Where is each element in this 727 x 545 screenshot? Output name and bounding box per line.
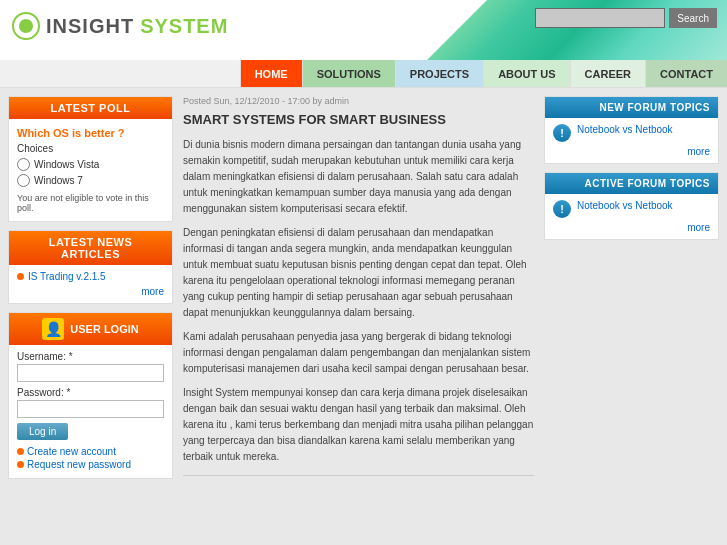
active-forum-box: ACTIVE FORUM TOPICS ! Notebook vs Netboo… <box>544 172 719 240</box>
new-forum-more: more <box>545 144 718 163</box>
login-content: Username: * Password: * Log in Create ne… <box>9 345 172 478</box>
news-box: LATEST NEWS ARTICLES IS Trading v.2.1.5 … <box>8 230 173 304</box>
active-forum-item: ! Notebook vs Netbook <box>545 194 718 220</box>
login-header: 👤 USER LOGIN <box>9 313 172 345</box>
content-paragraph-1: Di dunia bisnis modern dimana persaingan… <box>183 137 534 217</box>
poll-option-2: Windows 7 <box>17 174 164 187</box>
reset-password-link: Request new password <box>17 459 164 470</box>
active-forum-header: ACTIVE FORUM TOPICS <box>545 173 718 194</box>
poll-box: LATEST POLL Which OS is better ? Choices… <box>8 96 173 222</box>
content-meta: Posted Sun, 12/12/2010 - 17:00 by admin <box>183 96 534 106</box>
password-input[interactable] <box>17 400 164 418</box>
password-label: Password: * <box>17 387 164 398</box>
content-paragraph-4: Insight System mempunyai konsep dan cara… <box>183 385 534 465</box>
active-forum-more: more <box>545 220 718 239</box>
create-account-anchor[interactable]: Create new account <box>27 446 116 457</box>
create-account-bullet <box>17 448 24 455</box>
login-button[interactable]: Log in <box>17 423 68 440</box>
logo: INSIGHTSYSTEM <box>12 12 228 40</box>
poll-note: You are not eligible to vote in this pol… <box>17 193 164 213</box>
logo-icon-inner <box>19 19 33 33</box>
news-more-link[interactable]: more <box>141 286 164 297</box>
search-button[interactable]: Search <box>669 8 717 28</box>
username-label: Username: * <box>17 351 164 362</box>
nav-contact[interactable]: CONTACT <box>645 60 727 87</box>
nav-career[interactable]: CAREER <box>570 60 645 87</box>
username-input[interactable] <box>17 364 164 382</box>
nav-solutions[interactable]: SOLUTIONS <box>302 60 395 87</box>
logo-text-insight: INSIGHT <box>46 15 134 38</box>
create-account-link: Create new account <box>17 446 164 457</box>
new-forum-more-link[interactable]: more <box>687 146 710 157</box>
news-more: more <box>9 284 172 303</box>
login-box: 👤 USER LOGIN Username: * Password: * Log… <box>8 312 173 479</box>
new-forum-box: NEW FORUM TOPICS ! Notebook vs Netbook m… <box>544 96 719 164</box>
reset-password-bullet <box>17 461 24 468</box>
nav-aboutus[interactable]: ABOUT US <box>483 60 569 87</box>
left-sidebar: LATEST POLL Which OS is better ? Choices… <box>8 96 173 486</box>
new-forum-header: NEW FORUM TOPICS <box>545 97 718 118</box>
logo-text-system: SYSTEM <box>140 15 228 38</box>
news-link[interactable]: IS Trading v.2.1.5 <box>28 271 106 282</box>
new-forum-topic-link[interactable]: Notebook vs Netbook <box>577 124 673 135</box>
navigation: HOME SOLUTIONS PROJECTS ABOUT US CAREER … <box>0 60 727 88</box>
content-divider <box>183 475 534 476</box>
right-sidebar: NEW FORUM TOPICS ! Notebook vs Netbook m… <box>544 96 719 486</box>
main-layout: LATEST POLL Which OS is better ? Choices… <box>0 88 727 494</box>
content-paragraph-2: Dengan peningkatan efisiensi di dalam pe… <box>183 225 534 321</box>
content-paragraph-3: Kami adalah perusahaan penyedia jasa yan… <box>183 329 534 377</box>
logo-icon <box>12 12 40 40</box>
search-bar: Search <box>535 8 717 28</box>
new-forum-icon: ! <box>553 124 571 142</box>
nav-home[interactable]: HOME <box>240 60 302 87</box>
content-title: SMART SYSTEMS FOR SMART BUSINESS <box>183 112 534 127</box>
poll-radio-2[interactable] <box>17 174 30 187</box>
main-content: Posted Sun, 12/12/2010 - 17:00 by admin … <box>173 96 544 486</box>
active-forum-topic-link[interactable]: Notebook vs Netbook <box>577 200 673 211</box>
nav-projects[interactable]: PROJECTS <box>395 60 483 87</box>
header: INSIGHTSYSTEM Search <box>0 0 727 60</box>
poll-radio-1[interactable] <box>17 158 30 171</box>
active-forum-icon: ! <box>553 200 571 218</box>
reset-password-anchor[interactable]: Request new password <box>27 459 131 470</box>
poll-content: Which OS is better ? Choices Windows Vis… <box>9 119 172 221</box>
poll-question: Which OS is better ? <box>17 127 164 139</box>
search-input[interactable] <box>535 8 665 28</box>
poll-option-1: Windows Vista <box>17 158 164 171</box>
active-forum-more-link[interactable]: more <box>687 222 710 233</box>
poll-header: LATEST POLL <box>9 97 172 119</box>
poll-choices-label: Choices <box>17 143 164 154</box>
user-icon: 👤 <box>42 318 64 340</box>
news-header: LATEST NEWS ARTICLES <box>9 231 172 265</box>
news-bullet-icon <box>17 273 24 280</box>
new-forum-item: ! Notebook vs Netbook <box>545 118 718 144</box>
news-item: IS Trading v.2.1.5 <box>9 265 172 284</box>
